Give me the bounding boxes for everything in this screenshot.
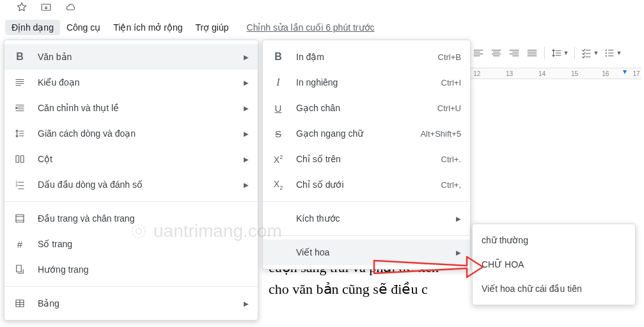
menu-label: Số trang — [38, 239, 249, 249]
text-underline-item[interactable]: U Gạch chân Ctrl+U — [263, 95, 470, 121]
format-columns-item[interactable]: Cột ▶ — [4, 146, 258, 172]
cap-titlecase-item[interactable]: Viết hoa chữ cái đầu tiên — [473, 277, 635, 301]
format-paragraph-styles-item[interactable]: Kiểu đoạn ▶ — [4, 70, 258, 95]
toolbar-separator — [574, 47, 575, 59]
text-subscript-item[interactable]: X2 Chỉ số dưới Ctrl+, — [263, 172, 470, 197]
ruler-tick: 15 — [571, 70, 578, 77]
format-table-item[interactable]: Bảng ▶ — [4, 291, 258, 316]
move-icon[interactable] — [40, 1, 52, 15]
cap-uppercase-item[interactable]: CHỮ HOA — [473, 252, 635, 277]
format-menu: B Văn bản ▶ Kiểu đoạn ▶ Căn chỉnh và thụ… — [4, 40, 258, 321]
menu-separator — [4, 201, 258, 202]
cloud-icon[interactable] — [65, 1, 77, 15]
strikethrough-icon: S — [272, 127, 285, 140]
menu-separator — [263, 235, 470, 236]
menu-label: CHỮ HOA — [482, 259, 626, 270]
bold-icon: B — [13, 50, 26, 63]
format-align-indent-item[interactable]: Căn chỉnh và thụt lề ▶ — [4, 95, 258, 121]
menu-label: Chỉ số dưới — [296, 179, 435, 190]
menubar: Định dạng Công cụ Tiện ích mở rộng Trợ g… — [5, 18, 375, 37]
menu-label: In đậm — [296, 52, 432, 62]
subscript-icon: X2 — [272, 178, 285, 191]
line-spacing-button[interactable]: ▼ — [549, 45, 570, 61]
format-text-item[interactable]: B Văn bản ▶ — [4, 44, 258, 70]
chevron-down-icon: ▼ — [593, 50, 599, 56]
menu-help[interactable]: Trợ giúp — [189, 20, 235, 35]
blank-icon — [272, 212, 285, 225]
format-page-orientation-item[interactable]: Hướng trang — [4, 257, 258, 282]
page-orientation-icon — [13, 263, 26, 276]
ruler-tick: 17 — [632, 70, 640, 77]
menu-tools[interactable]: Công cụ — [60, 20, 107, 35]
checklist-button[interactable]: ▼ — [579, 45, 601, 61]
menu-label: Gạch chân — [296, 103, 431, 113]
bullets-numbering-icon: 12 — [13, 178, 26, 191]
columns-icon — [13, 153, 26, 165]
menu-label: Căn chỉnh và thụt lề — [38, 103, 237, 113]
menu-format[interactable]: Định dạng — [5, 20, 60, 35]
bold-icon: B — [272, 50, 285, 63]
menu-label: Chỉ số trên — [296, 154, 435, 164]
text-bold-item[interactable]: B In đậm Ctrl+B — [263, 44, 470, 70]
text-capitalization-item[interactable]: Viết hoa ▶ — [263, 240, 470, 265]
menu-label: Viết hoa — [296, 247, 450, 257]
text-size-item[interactable]: Kích thước ▶ — [263, 206, 470, 231]
ruler: 12 13 14 15 16 ▾ 17 — [470, 68, 641, 79]
text-superscript-item[interactable]: X2 Chỉ số trên Ctrl+. — [263, 146, 470, 172]
svg-point-3 — [605, 55, 606, 56]
table-icon — [13, 297, 26, 310]
align-justify-button[interactable] — [524, 45, 540, 61]
submenu-arrow-icon: ▶ — [244, 54, 249, 61]
submenu-arrow-icon: ▶ — [456, 215, 461, 222]
cap-lowercase-item[interactable]: chữ thường — [473, 228, 635, 252]
text-italic-item[interactable]: I In nghiêng Ctrl+I — [263, 70, 470, 95]
align-indent-icon — [13, 102, 26, 114]
ruler-tick: 16 — [602, 70, 609, 77]
svg-point-1 — [605, 49, 606, 50]
ruler-tick: 12 — [473, 70, 480, 77]
line-spacing-icon — [13, 127, 26, 140]
submenu-arrow-icon: ▶ — [244, 181, 249, 188]
svg-text:2: 2 — [15, 183, 18, 187]
paragraph-styles-icon — [13, 76, 26, 89]
menu-label: Dấu đầu dòng và đánh số — [38, 179, 237, 190]
toolbar-fragment: ▼ ▼ ▼ — [470, 45, 624, 61]
format-headers-footers-item[interactable]: Đầu trang và chân trang — [4, 206, 258, 231]
submenu-arrow-icon: ▶ — [244, 300, 249, 307]
menu-label: Cột — [38, 154, 237, 164]
format-page-numbers-item[interactable]: # Số trang — [4, 231, 258, 257]
menu-label: Kích thước — [296, 213, 450, 224]
ruler-marker[interactable]: ▾ — [623, 67, 627, 76]
blank-icon — [272, 246, 285, 259]
menu-shortcut: Ctrl+B — [438, 52, 461, 62]
svg-rect-6 — [16, 215, 24, 222]
ruler-tick: 14 — [538, 70, 546, 77]
menu-shortcut: Alt+Shift+5 — [420, 129, 461, 139]
capitalization-submenu: chữ thường CHỮ HOA Viết hoa chữ cái đầu … — [472, 224, 636, 305]
align-left-button[interactable] — [470, 45, 487, 61]
submenu-arrow-icon: ▶ — [244, 130, 249, 137]
align-center-button[interactable] — [488, 45, 505, 61]
last-edit-link[interactable]: Chỉnh sửa lần cuối 6 phút trước — [247, 22, 375, 33]
menu-separator — [263, 201, 470, 202]
underline-icon: U — [272, 102, 285, 114]
menu-label: Đầu trang và chân trang — [38, 213, 249, 224]
format-bullets-numbering-item[interactable]: 12 Dấu đầu dòng và đánh số ▶ — [4, 172, 258, 197]
format-line-spacing-item[interactable]: Giãn cách dòng và đoạn ▶ — [4, 121, 258, 146]
submenu-arrow-icon: ▶ — [244, 156, 249, 163]
bulleted-list-button[interactable]: ▼ — [602, 45, 624, 61]
text-strike-item[interactable]: S Gạch ngang chữ Alt+Shift+5 — [263, 121, 470, 146]
text-submenu: B In đậm Ctrl+B I In nghiêng Ctrl+I U Gạ… — [262, 40, 471, 270]
menu-label: Bảng — [38, 298, 237, 308]
svg-rect-7 — [17, 265, 22, 272]
menu-shortcut: Ctrl+, — [441, 180, 461, 190]
align-right-button[interactable] — [506, 45, 522, 61]
menu-shortcut: Ctrl+I — [441, 78, 461, 87]
italic-icon: I — [272, 76, 285, 89]
menu-label: Văn bản — [38, 52, 237, 62]
menu-extensions[interactable]: Tiện ích mở rộng — [107, 20, 189, 35]
ruler-tick: 13 — [506, 70, 513, 77]
menu-shortcut: Ctrl+U — [437, 103, 461, 113]
chevron-down-icon: ▼ — [563, 50, 569, 56]
star-icon[interactable] — [16, 1, 27, 15]
